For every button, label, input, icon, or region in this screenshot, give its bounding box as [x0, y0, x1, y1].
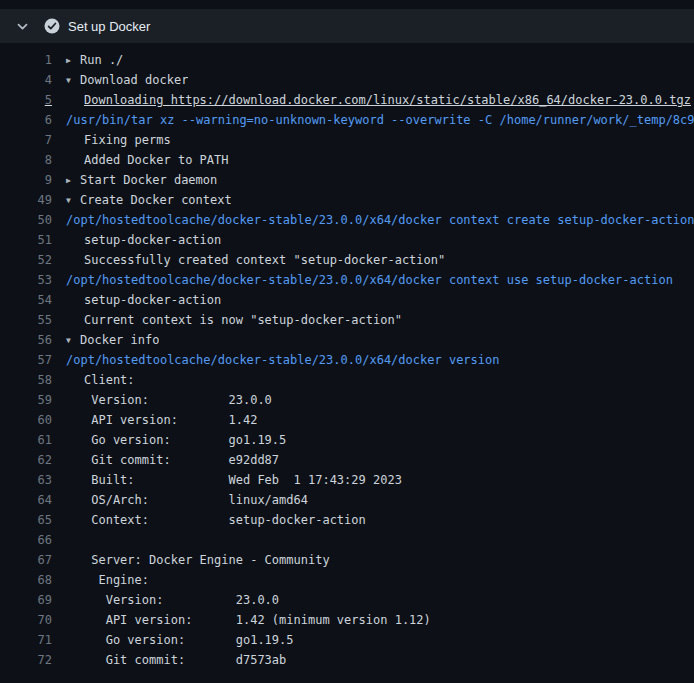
log-text: ▶Run ./ [52, 50, 123, 70]
log-text: Added Docker to PATH [52, 150, 229, 170]
log-line: 51setup-docker-action [0, 230, 694, 250]
log-line: 66 [0, 530, 694, 550]
log-text: Client: [52, 370, 135, 390]
log-line: 63 Built: Wed Feb 1 17:43:29 2023 [0, 470, 694, 490]
group-expanded-arrow-icon[interactable]: ▼ [66, 191, 80, 210]
line-number: 56 [0, 330, 52, 350]
log-text: setup-docker-action [52, 230, 221, 250]
line-number: 8 [0, 150, 52, 170]
log-text: /usr/bin/tar xz --warning=no-unknown-key… [52, 110, 694, 130]
log-text: /opt/hostedtoolcache/docker-stable/23.0.… [52, 350, 499, 370]
log-line: 53/opt/hostedtoolcache/docker-stable/23.… [0, 270, 694, 290]
log-line: 50/opt/hostedtoolcache/docker-stable/23.… [0, 210, 694, 230]
step-title: Set up Docker [68, 19, 150, 34]
line-number: 49 [0, 190, 52, 210]
chevron-down-icon[interactable] [14, 18, 30, 34]
line-number: 53 [0, 270, 52, 290]
line-number: 57 [0, 350, 52, 370]
log-group-line[interactable]: 56▼Docker info [0, 330, 694, 350]
log-text: Git commit: d7573ab [52, 650, 286, 670]
line-number: 5 [0, 90, 52, 110]
log-text: ▼Docker info [52, 330, 159, 350]
group-collapsed-arrow-icon[interactable]: ▶ [66, 171, 80, 190]
log-line: 64 OS/Arch: linux/amd64 [0, 490, 694, 510]
line-number: 1 [0, 50, 52, 70]
log-line: 58Client: [0, 370, 694, 390]
line-number: 9 [0, 170, 52, 190]
log-text: OS/Arch: linux/amd64 [52, 490, 308, 510]
log-line: 62 Git commit: e92dd87 [0, 450, 694, 470]
log-text: Go version: go1.19.5 [52, 630, 294, 650]
line-number: 64 [0, 490, 52, 510]
step-header[interactable]: Set up Docker [0, 9, 694, 43]
log-text: Version: 23.0.0 [52, 590, 279, 610]
log-text: Built: Wed Feb 1 17:43:29 2023 [52, 470, 402, 490]
log-line: 65 Context: setup-docker-action [0, 510, 694, 530]
line-number: 71 [0, 630, 52, 650]
line-number: 62 [0, 450, 52, 470]
line-number: 59 [0, 390, 52, 410]
log-text: API version: 1.42 [52, 410, 257, 430]
log-text: ▼Download docker [52, 70, 188, 90]
log-text: Downloading https://download.docker.com/… [52, 90, 691, 110]
line-number: 72 [0, 650, 52, 670]
line-number: 65 [0, 510, 52, 530]
log-text: /opt/hostedtoolcache/docker-stable/23.0.… [52, 270, 673, 290]
log-text: Successfully created context "setup-dock… [52, 250, 445, 270]
log-line: 67 Server: Docker Engine - Community [0, 550, 694, 570]
line-number: 70 [0, 610, 52, 630]
line-number: 52 [0, 250, 52, 270]
log-line: 8Added Docker to PATH [0, 150, 694, 170]
log-group-line[interactable]: 4▼Download docker [0, 70, 694, 90]
line-number: 69 [0, 590, 52, 610]
log-line: 71 Go version: go1.19.5 [0, 630, 694, 650]
log-line: 61 Go version: go1.19.5 [0, 430, 694, 450]
log-text: Go version: go1.19.5 [52, 430, 286, 450]
log-lines: 1▶Run ./4▼Download docker5Downloading ht… [0, 43, 694, 670]
log-line: 6/usr/bin/tar xz --warning=no-unknown-ke… [0, 110, 694, 130]
log-line: 54setup-docker-action [0, 290, 694, 310]
log-line: 55Current context is now "setup-docker-a… [0, 310, 694, 330]
log-group-line[interactable]: 1▶Run ./ [0, 50, 694, 70]
log-text: Context: setup-docker-action [52, 510, 366, 530]
success-check-icon [44, 18, 60, 34]
line-number: 68 [0, 570, 52, 590]
log-line: 59 Version: 23.0.0 [0, 390, 694, 410]
log-text: ▶Start Docker daemon [52, 170, 217, 190]
log-line: 60 API version: 1.42 [0, 410, 694, 430]
log-line: 7Fixing perms [0, 130, 694, 150]
log-text: Engine: [52, 570, 149, 590]
log-group-line[interactable]: 9▶Start Docker daemon [0, 170, 694, 190]
log-text: Git commit: e92dd87 [52, 450, 279, 470]
line-number: 51 [0, 230, 52, 250]
log-line: 72 Git commit: d7573ab [0, 650, 694, 670]
line-number: 50 [0, 210, 52, 230]
log-text: setup-docker-action [52, 290, 221, 310]
line-number: 67 [0, 550, 52, 570]
group-collapsed-arrow-icon[interactable]: ▶ [66, 51, 80, 70]
log-line: 68 Engine: [0, 570, 694, 590]
log-line: 70 API version: 1.42 (minimum version 1.… [0, 610, 694, 630]
line-number: 55 [0, 310, 52, 330]
log-link[interactable]: https://download.docker.com/linux/static… [171, 93, 691, 107]
log-line: 5Downloading https://download.docker.com… [0, 90, 694, 110]
line-number: 63 [0, 470, 52, 490]
line-number: 60 [0, 410, 52, 430]
log-text: Server: Docker Engine - Community [52, 550, 330, 570]
log-text: Current context is now "setup-docker-act… [52, 310, 402, 330]
log-text: /opt/hostedtoolcache/docker-stable/23.0.… [52, 210, 694, 230]
line-number: 61 [0, 430, 52, 450]
group-expanded-arrow-icon[interactable]: ▼ [66, 71, 80, 90]
log-text [52, 530, 84, 550]
log-text: API version: 1.42 (minimum version 1.12) [52, 610, 431, 630]
log-line: 57/opt/hostedtoolcache/docker-stable/23.… [0, 350, 694, 370]
line-number: 54 [0, 290, 52, 310]
line-number: 4 [0, 70, 52, 90]
line-number: 66 [0, 530, 52, 550]
log-text: ▼Create Docker context [52, 190, 232, 210]
line-number: 58 [0, 370, 52, 390]
log-text: Fixing perms [52, 130, 171, 150]
log-text: Version: 23.0.0 [52, 390, 272, 410]
log-group-line[interactable]: 49▼Create Docker context [0, 190, 694, 210]
group-expanded-arrow-icon[interactable]: ▼ [66, 331, 80, 350]
